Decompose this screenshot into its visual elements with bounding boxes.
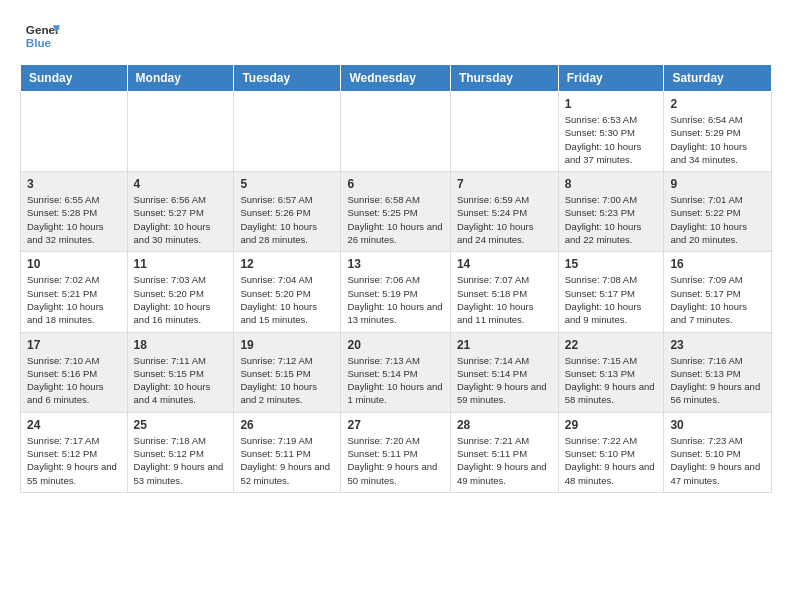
logo: General Blue (24, 18, 60, 54)
calendar-cell: 24Sunrise: 7:17 AM Sunset: 5:12 PM Dayli… (21, 412, 128, 492)
day-number: 16 (670, 257, 765, 271)
calendar-cell: 11Sunrise: 7:03 AM Sunset: 5:20 PM Dayli… (127, 252, 234, 332)
day-number: 2 (670, 97, 765, 111)
weekday-header: Monday (127, 65, 234, 92)
day-info: Sunrise: 6:59 AM Sunset: 5:24 PM Dayligh… (457, 193, 552, 246)
day-info: Sunrise: 6:57 AM Sunset: 5:26 PM Dayligh… (240, 193, 334, 246)
day-number: 22 (565, 338, 658, 352)
day-info: Sunrise: 7:23 AM Sunset: 5:10 PM Dayligh… (670, 434, 765, 487)
day-info: Sunrise: 7:22 AM Sunset: 5:10 PM Dayligh… (565, 434, 658, 487)
day-number: 30 (670, 418, 765, 432)
day-info: Sunrise: 6:58 AM Sunset: 5:25 PM Dayligh… (347, 193, 443, 246)
day-number: 26 (240, 418, 334, 432)
day-number: 23 (670, 338, 765, 352)
weekday-header: Thursday (450, 65, 558, 92)
day-info: Sunrise: 7:16 AM Sunset: 5:13 PM Dayligh… (670, 354, 765, 407)
day-number: 11 (134, 257, 228, 271)
day-info: Sunrise: 6:54 AM Sunset: 5:29 PM Dayligh… (670, 113, 765, 166)
calendar-cell: 28Sunrise: 7:21 AM Sunset: 5:11 PM Dayli… (450, 412, 558, 492)
calendar-cell (341, 92, 450, 172)
day-number: 15 (565, 257, 658, 271)
calendar-cell: 6Sunrise: 6:58 AM Sunset: 5:25 PM Daylig… (341, 172, 450, 252)
calendar-cell (21, 92, 128, 172)
day-number: 9 (670, 177, 765, 191)
day-info: Sunrise: 6:53 AM Sunset: 5:30 PM Dayligh… (565, 113, 658, 166)
weekday-header: Sunday (21, 65, 128, 92)
calendar-cell: 2Sunrise: 6:54 AM Sunset: 5:29 PM Daylig… (664, 92, 772, 172)
calendar-cell: 20Sunrise: 7:13 AM Sunset: 5:14 PM Dayli… (341, 332, 450, 412)
weekday-header: Wednesday (341, 65, 450, 92)
day-info: Sunrise: 7:00 AM Sunset: 5:23 PM Dayligh… (565, 193, 658, 246)
calendar-cell: 27Sunrise: 7:20 AM Sunset: 5:11 PM Dayli… (341, 412, 450, 492)
day-info: Sunrise: 7:04 AM Sunset: 5:20 PM Dayligh… (240, 273, 334, 326)
day-info: Sunrise: 6:55 AM Sunset: 5:28 PM Dayligh… (27, 193, 121, 246)
calendar-cell: 18Sunrise: 7:11 AM Sunset: 5:15 PM Dayli… (127, 332, 234, 412)
day-info: Sunrise: 7:09 AM Sunset: 5:17 PM Dayligh… (670, 273, 765, 326)
calendar-cell: 21Sunrise: 7:14 AM Sunset: 5:14 PM Dayli… (450, 332, 558, 412)
day-info: Sunrise: 7:13 AM Sunset: 5:14 PM Dayligh… (347, 354, 443, 407)
calendar-cell: 12Sunrise: 7:04 AM Sunset: 5:20 PM Dayli… (234, 252, 341, 332)
day-info: Sunrise: 7:11 AM Sunset: 5:15 PM Dayligh… (134, 354, 228, 407)
calendar-cell: 4Sunrise: 6:56 AM Sunset: 5:27 PM Daylig… (127, 172, 234, 252)
calendar-cell: 14Sunrise: 7:07 AM Sunset: 5:18 PM Dayli… (450, 252, 558, 332)
calendar-cell: 29Sunrise: 7:22 AM Sunset: 5:10 PM Dayli… (558, 412, 664, 492)
day-number: 27 (347, 418, 443, 432)
day-number: 24 (27, 418, 121, 432)
day-info: Sunrise: 7:12 AM Sunset: 5:15 PM Dayligh… (240, 354, 334, 407)
calendar-cell: 23Sunrise: 7:16 AM Sunset: 5:13 PM Dayli… (664, 332, 772, 412)
day-info: Sunrise: 7:21 AM Sunset: 5:11 PM Dayligh… (457, 434, 552, 487)
header: General Blue (0, 0, 792, 64)
day-info: Sunrise: 7:02 AM Sunset: 5:21 PM Dayligh… (27, 273, 121, 326)
day-number: 19 (240, 338, 334, 352)
calendar-cell: 19Sunrise: 7:12 AM Sunset: 5:15 PM Dayli… (234, 332, 341, 412)
day-info: Sunrise: 7:06 AM Sunset: 5:19 PM Dayligh… (347, 273, 443, 326)
calendar-cell: 5Sunrise: 6:57 AM Sunset: 5:26 PM Daylig… (234, 172, 341, 252)
weekday-header: Saturday (664, 65, 772, 92)
calendar-cell (127, 92, 234, 172)
calendar-cell: 17Sunrise: 7:10 AM Sunset: 5:16 PM Dayli… (21, 332, 128, 412)
calendar-cell: 30Sunrise: 7:23 AM Sunset: 5:10 PM Dayli… (664, 412, 772, 492)
svg-text:Blue: Blue (26, 36, 52, 49)
calendar-cell: 9Sunrise: 7:01 AM Sunset: 5:22 PM Daylig… (664, 172, 772, 252)
calendar-cell (450, 92, 558, 172)
day-number: 14 (457, 257, 552, 271)
day-number: 3 (27, 177, 121, 191)
day-info: Sunrise: 7:19 AM Sunset: 5:11 PM Dayligh… (240, 434, 334, 487)
svg-text:General: General (26, 23, 60, 36)
calendar: SundayMondayTuesdayWednesdayThursdayFrid… (20, 64, 772, 493)
day-number: 17 (27, 338, 121, 352)
day-number: 13 (347, 257, 443, 271)
calendar-cell: 15Sunrise: 7:08 AM Sunset: 5:17 PM Dayli… (558, 252, 664, 332)
day-number: 18 (134, 338, 228, 352)
calendar-cell (234, 92, 341, 172)
day-number: 20 (347, 338, 443, 352)
day-info: Sunrise: 7:10 AM Sunset: 5:16 PM Dayligh… (27, 354, 121, 407)
day-info: Sunrise: 7:20 AM Sunset: 5:11 PM Dayligh… (347, 434, 443, 487)
calendar-cell: 13Sunrise: 7:06 AM Sunset: 5:19 PM Dayli… (341, 252, 450, 332)
day-number: 12 (240, 257, 334, 271)
day-info: Sunrise: 7:17 AM Sunset: 5:12 PM Dayligh… (27, 434, 121, 487)
day-number: 1 (565, 97, 658, 111)
day-number: 8 (565, 177, 658, 191)
day-number: 5 (240, 177, 334, 191)
calendar-cell: 16Sunrise: 7:09 AM Sunset: 5:17 PM Dayli… (664, 252, 772, 332)
calendar-cell: 10Sunrise: 7:02 AM Sunset: 5:21 PM Dayli… (21, 252, 128, 332)
day-number: 4 (134, 177, 228, 191)
day-number: 28 (457, 418, 552, 432)
day-info: Sunrise: 7:07 AM Sunset: 5:18 PM Dayligh… (457, 273, 552, 326)
calendar-cell: 25Sunrise: 7:18 AM Sunset: 5:12 PM Dayli… (127, 412, 234, 492)
calendar-cell: 3Sunrise: 6:55 AM Sunset: 5:28 PM Daylig… (21, 172, 128, 252)
day-info: Sunrise: 7:15 AM Sunset: 5:13 PM Dayligh… (565, 354, 658, 407)
calendar-cell: 1Sunrise: 6:53 AM Sunset: 5:30 PM Daylig… (558, 92, 664, 172)
day-info: Sunrise: 7:03 AM Sunset: 5:20 PM Dayligh… (134, 273, 228, 326)
calendar-cell: 22Sunrise: 7:15 AM Sunset: 5:13 PM Dayli… (558, 332, 664, 412)
calendar-cell: 7Sunrise: 6:59 AM Sunset: 5:24 PM Daylig… (450, 172, 558, 252)
day-info: Sunrise: 7:01 AM Sunset: 5:22 PM Dayligh… (670, 193, 765, 246)
calendar-cell: 26Sunrise: 7:19 AM Sunset: 5:11 PM Dayli… (234, 412, 341, 492)
day-info: Sunrise: 7:14 AM Sunset: 5:14 PM Dayligh… (457, 354, 552, 407)
weekday-header: Tuesday (234, 65, 341, 92)
day-info: Sunrise: 7:08 AM Sunset: 5:17 PM Dayligh… (565, 273, 658, 326)
day-number: 21 (457, 338, 552, 352)
day-number: 6 (347, 177, 443, 191)
weekday-header: Friday (558, 65, 664, 92)
